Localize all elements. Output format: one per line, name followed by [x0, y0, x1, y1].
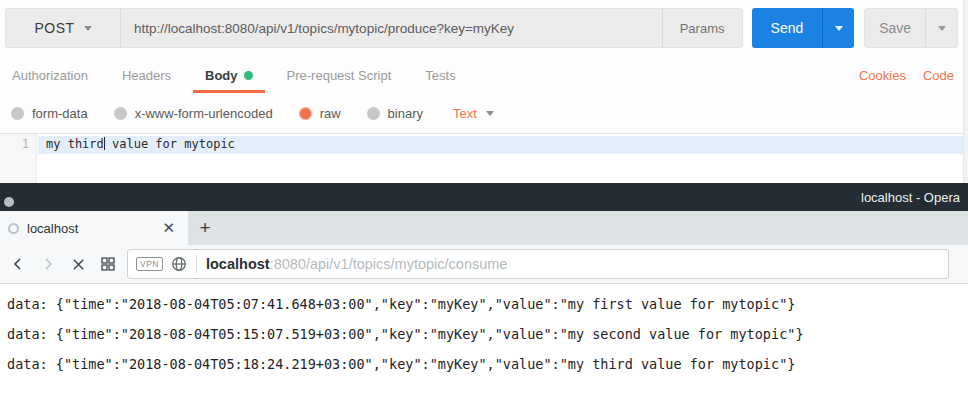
back-button[interactable]: [3, 249, 33, 279]
send-group: Send: [752, 8, 855, 48]
url-host: localhost: [206, 256, 270, 272]
radio-icon: [11, 107, 24, 120]
tab-label: Body: [205, 68, 238, 83]
code-link[interactable]: Code: [923, 68, 954, 83]
mode-label: x-www-form-urlencoded: [135, 106, 273, 121]
browser-tab-localhost[interactable]: localhost ✕: [0, 211, 188, 245]
params-button[interactable]: Params: [662, 9, 742, 47]
request-tabs: Authorization Headers Body Pre-request S…: [0, 58, 968, 93]
screen: POST http://localhost:8080/api/v1/topics…: [0, 0, 968, 403]
mode-label: binary: [388, 106, 423, 121]
send-button[interactable]: Send: [752, 8, 823, 48]
request-links: Cookies Code: [859, 68, 968, 83]
new-tab-button[interactable]: +: [188, 211, 222, 245]
save-button[interactable]: Save: [865, 9, 925, 47]
scrollbar[interactable]: [963, 0, 968, 183]
line-number: 1: [0, 134, 36, 153]
mode-raw[interactable]: raw: [299, 106, 341, 121]
tab-tests[interactable]: Tests: [413, 58, 467, 93]
body-has-content-dot: [244, 71, 253, 80]
globe-icon[interactable]: [171, 256, 187, 272]
method-dropdown[interactable]: POST: [6, 9, 121, 47]
tab-label: Authorization: [12, 68, 88, 83]
mode-form-data[interactable]: form-data: [11, 106, 88, 121]
favicon-placeholder-icon: [8, 223, 19, 234]
vpn-badge[interactable]: VPN: [136, 257, 163, 271]
tab-pre-request-script[interactable]: Pre-request Script: [275, 58, 404, 93]
params-label: Params: [680, 21, 725, 36]
editor-text: value for mytopic: [105, 137, 235, 151]
opera-titlebar: localhost - Opera: [0, 183, 968, 211]
mode-label: form-data: [32, 106, 88, 121]
postman-panel: POST http://localhost:8080/api/v1/topics…: [0, 0, 968, 183]
sse-event-line: data: {"time":"2018-08-04T05:07:41.648+0…: [0, 289, 968, 319]
speed-dial-icon[interactable]: [93, 249, 123, 279]
window-title: localhost - Opera: [861, 190, 968, 205]
body-mode-row: form-data x-www-form-urlencoded raw bina…: [0, 100, 968, 127]
editor-gutter: 1: [0, 134, 37, 184]
address-url[interactable]: localhost:8080/api/v1/topics/mytopic/con…: [206, 256, 507, 272]
radio-icon: [367, 107, 380, 120]
body-editor[interactable]: 1 my third value for mytopic: [0, 133, 963, 183]
tab-label: Pre-request Script: [287, 68, 392, 83]
send-options-button[interactable]: [822, 8, 854, 48]
forward-button[interactable]: [33, 249, 63, 279]
editor-text: my third: [46, 137, 104, 151]
raw-type-label: Text: [453, 106, 477, 121]
tab-authorization[interactable]: Authorization: [0, 58, 100, 93]
mode-binary[interactable]: binary: [367, 106, 423, 121]
request-row: POST http://localhost:8080/api/v1/topics…: [5, 8, 958, 48]
save-options-button[interactable]: [925, 9, 957, 47]
opera-navbar: VPN localhost:8080/api/v1/topics/mytopic…: [0, 245, 968, 284]
cookies-link[interactable]: Cookies: [859, 68, 906, 83]
stop-reload-icon[interactable]: [63, 249, 93, 279]
raw-type-dropdown[interactable]: Text: [453, 106, 494, 121]
url-group: POST http://localhost:8080/api/v1/topics…: [5, 8, 743, 48]
address-bar[interactable]: VPN localhost:8080/api/v1/topics/mytopic…: [127, 249, 949, 279]
mode-x-www-form-urlencoded[interactable]: x-www-form-urlencoded: [114, 106, 273, 121]
mode-label: raw: [320, 106, 341, 121]
chevron-down-icon: [486, 111, 494, 116]
radio-selected-icon: [299, 107, 312, 120]
opera-menu-icon[interactable]: [4, 197, 14, 207]
close-tab-icon[interactable]: ✕: [157, 217, 180, 239]
sse-event-line: data: {"time":"2018-08-04T05:15:07.519+0…: [0, 319, 968, 349]
opera-tabstrip: localhost ✕ +: [0, 211, 968, 245]
chevron-down-icon: [835, 26, 843, 31]
method-label: POST: [34, 20, 74, 36]
chevron-down-icon: [84, 26, 92, 31]
tab-title: localhost: [27, 221, 157, 236]
save-group: Save: [864, 8, 958, 48]
page-content: data: {"time":"2018-08-04T05:07:41.648+0…: [0, 284, 968, 403]
url-text: http://localhost:8080/api/v1/topics/myto…: [134, 21, 514, 36]
tab-label: Headers: [122, 68, 171, 83]
tab-headers[interactable]: Headers: [110, 58, 183, 93]
url-path: :8080/api/v1/topics/mytopic/consume: [270, 256, 508, 272]
radio-icon: [114, 107, 127, 120]
chevron-down-icon: [938, 26, 946, 31]
sse-event-line: data: {"time":"2018-08-04T05:18:24.219+0…: [0, 349, 968, 379]
address-separator: [196, 255, 197, 273]
tab-label: Tests: [425, 68, 455, 83]
url-input[interactable]: http://localhost:8080/api/v1/topics/myto…: [121, 9, 662, 47]
editor-active-line[interactable]: my third value for mytopic: [38, 136, 963, 154]
tab-body[interactable]: Body: [193, 58, 265, 93]
